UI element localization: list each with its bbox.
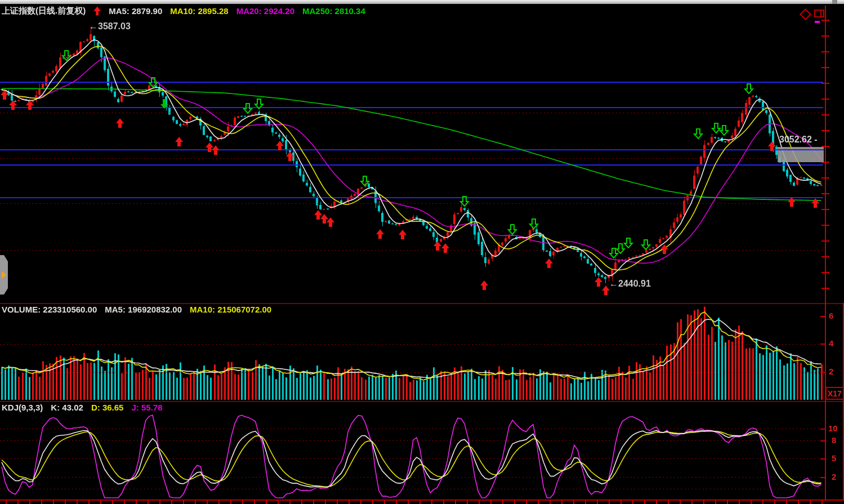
high-price-annotation: ←3587.03 xyxy=(89,21,131,32)
window-split-divider xyxy=(820,11,821,16)
up-arrow-icon xyxy=(93,7,101,16)
ma10-value: MA10: 2895.28 xyxy=(170,6,228,16)
kdj-j-value: J: 55.78 xyxy=(131,403,162,412)
price-panel-header: 上证指数(日线.前复权) MA5: 2879.90 MA10: 2895.28 … xyxy=(2,6,365,16)
volume-unit-box: X17 xyxy=(825,387,844,400)
symbol-title: 上证指数(日线.前复权) xyxy=(2,6,86,16)
price-tag-label: 3052.62 - xyxy=(779,135,818,145)
stock-chart-app: 上证指数(日线.前复权) MA5: 2879.90 MA10: 2895.28 … xyxy=(0,0,844,504)
ma5-value: MA5: 2879.90 xyxy=(109,6,162,16)
window-split-icon[interactable] xyxy=(814,10,824,17)
left-expander-tab[interactable] xyxy=(0,255,8,295)
volume-ma5-value: MA5: 196920832.00 xyxy=(105,305,182,314)
volume-ma10-value: MA10: 215067072.00 xyxy=(190,305,271,314)
kdj-axis-label-100: 10 xyxy=(828,423,838,433)
kdj-k-value: K: 43.02 xyxy=(51,403,83,412)
low-price-annotation: ←2440.91 xyxy=(609,279,651,289)
ma20-value: MA20: 2924.20 xyxy=(236,6,294,16)
price-tag-line xyxy=(778,149,824,150)
kdj-panel-header: KDJ(9,3,3) K: 43.02 D: 36.65 J: 55.78 xyxy=(2,403,163,412)
volume-panel-header: VOLUME: 223310560.00 MA5: 196920832.00 M… xyxy=(2,305,271,314)
volume-axis-label-4: 4 xyxy=(829,338,833,348)
kdj-axis-label-80: 8 xyxy=(832,435,836,445)
kdj-d-value: D: 36.65 xyxy=(91,403,124,412)
volume-value: VOLUME: 223310560.00 xyxy=(2,305,97,314)
kdj-title: KDJ(9,3,3) xyxy=(2,403,43,412)
chart-canvas[interactable] xyxy=(0,0,844,504)
kdj-axis-label-20: 2 xyxy=(832,472,836,481)
ma250-value: MA250: 2810.34 xyxy=(302,6,365,16)
volume-axis-label-6: 6 xyxy=(829,311,833,320)
expand-triangle-icon xyxy=(2,271,6,279)
kdj-axis-label-50: 5 xyxy=(832,453,836,463)
volume-axis-label-2: 2 xyxy=(829,367,833,376)
pink-dash-marker xyxy=(815,21,820,23)
price-tag-band xyxy=(778,147,824,162)
